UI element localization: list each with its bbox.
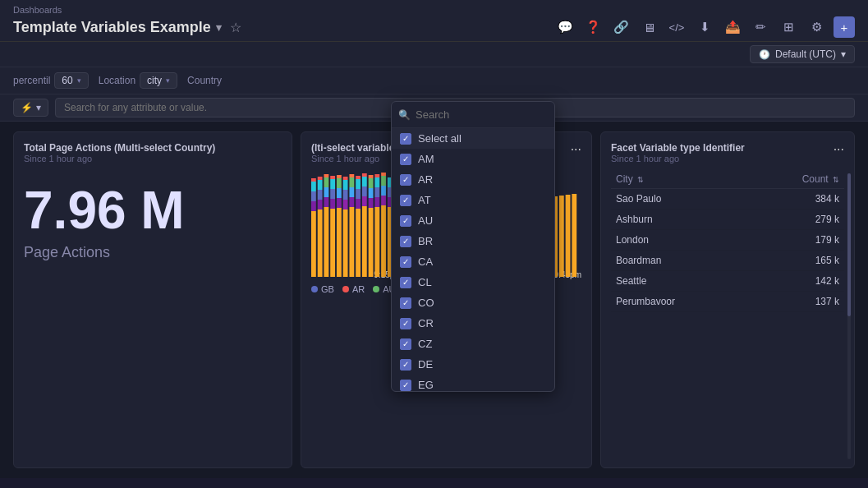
de-checkbox[interactable]: ✓ [400,359,411,371]
breadcrumb[interactable]: Dashboards [13,5,855,15]
list-item[interactable]: ✓ CO [392,292,554,313]
title-dropdown-icon[interactable]: ▾ [216,21,222,34]
count-cell: 179 k [750,230,844,251]
comment-icon[interactable]: 💬 [554,16,576,38]
gb-color-dot [311,286,318,292]
help-icon[interactable]: ❓ [582,16,604,38]
table-title: Facet Variable type Identifier [611,142,745,154]
grid-icon[interactable]: ⊞ [778,16,799,38]
link-icon[interactable]: 🔗 [610,16,631,38]
table-row: London 179 k [611,230,844,251]
cz-checkbox[interactable]: ✓ [400,338,411,350]
list-item[interactable]: ✓ AM [392,149,554,169]
au-checkbox[interactable]: ✓ [400,215,411,227]
list-item[interactable]: ✓ CL [392,272,554,292]
svg-rect-50 [362,196,367,206]
svg-rect-95 [343,180,348,190]
edit-icon[interactable]: ✏ [750,16,771,38]
select-all-item[interactable]: ✓ Select all [392,128,554,149]
vars-bar: percentil 60 ▾ Location city ▾ Country 🔍… [0,67,868,94]
chart-menu-icon[interactable]: ··· [571,142,581,157]
cr-checkbox[interactable]: ✓ [400,318,411,329]
list-item[interactable]: ✓ AR [392,169,554,190]
count-cell: 137 k [750,292,844,312]
chart-title: (lti-select variable) [311,142,397,154]
city-cell: Boardman [611,251,750,271]
svg-rect-112 [356,176,361,179]
title-row: Template Variables Example ▾ ☆ 💬 ❓ 🔗 🖥 <… [13,16,855,38]
city-cell: Perumbavoor [611,292,750,312]
settings-icon[interactable]: ⚙ [806,16,827,38]
svg-rect-45 [330,199,335,209]
list-item[interactable]: ✓ CZ [392,334,554,354]
star-icon[interactable]: ☆ [230,20,241,35]
svg-rect-116 [381,173,386,176]
eg-checkbox[interactable]: ✓ [400,380,411,391]
list-item[interactable]: ✓ BR [392,231,554,251]
select-all-label: Select all [418,132,462,145]
br-checkbox[interactable]: ✓ [400,236,411,247]
percentil-label: percentil [13,75,50,86]
country-search-input[interactable] [416,108,548,121]
svg-rect-66 [311,191,316,201]
location-value[interactable]: city ▾ [140,72,177,89]
country-dropdown: 🔍 ✓ Select all ✓ AM ✓ AR ✓ [391,101,555,392]
count-col-header[interactable]: Count ⇅ [750,170,844,189]
svg-rect-4 [337,208,342,277]
svg-rect-113 [362,173,367,177]
scroll-track[interactable] [847,173,851,459]
top-bar: Dashboards Template Variables Example ▾ … [0,0,868,42]
table-panel: Facet Variable type Identifier Since 1 h… [600,131,855,468]
add-button[interactable]: + [834,16,855,38]
svg-rect-72 [349,187,354,197]
svg-rect-91 [318,180,323,190]
toolbar-icons: 💬 ❓ 🔗 🖥 </> ⬇ 📤 ✏ ⊞ ⚙ + [554,16,855,38]
svg-rect-44 [324,197,328,207]
search-row: 🔍 [398,108,548,121]
list-item[interactable]: ✓ CA [392,251,554,272]
list-item[interactable]: ✓ AU [392,210,554,231]
city-col-header[interactable]: City ⇅ [611,170,750,189]
svg-rect-99 [369,178,374,188]
svg-rect-41 [572,194,576,277]
list-item[interactable]: ✓ AT [392,190,554,210]
ca-checkbox[interactable]: ✓ [400,256,411,268]
code-icon[interactable]: </> [666,16,687,38]
cl-checkbox[interactable]: ✓ [400,277,411,288]
search-icon: 🔍 [398,109,411,121]
table-row: Boardman 165 k [611,251,844,271]
ar-checkbox[interactable]: ✓ [400,174,411,186]
country-dropdown-list: ✓ Select all ✓ AM ✓ AR ✓ AT ✓ AU [392,128,554,391]
filter-chevron: ▾ [36,102,41,113]
filter-button[interactable]: ⚡ ▾ [13,99,48,117]
percentil-value[interactable]: 60 ▾ [54,72,88,89]
table-menu-icon[interactable]: ··· [834,142,844,157]
panel-subtitle: Since 1 hour ago [24,154,215,163]
list-item[interactable]: ✓ EG [392,375,554,391]
share-icon[interactable]: 📤 [722,16,743,38]
svg-rect-94 [337,178,342,188]
big-number-value: 7.96 M [24,180,282,241]
tv-icon[interactable]: 🖥 [638,16,659,38]
time-selector[interactable]: 🕐 Default (UTC) ▾ [750,45,855,63]
svg-rect-10 [374,207,379,277]
big-number-label: Page Actions [24,244,282,261]
svg-rect-51 [369,198,374,208]
download-icon[interactable]: ⬇ [694,16,715,38]
svg-rect-101 [381,176,386,186]
at-checkbox[interactable]: ✓ [400,195,411,206]
svg-rect-92 [324,177,328,187]
select-all-checkbox[interactable]: ✓ [400,133,411,145]
table-panel-header: Facet Variable type Identifier Since 1 h… [611,142,844,163]
ar-color-dot [342,286,349,292]
list-item[interactable]: ✓ CR [392,313,554,334]
city-cell: Sao Paulo [611,189,750,209]
co-checkbox[interactable]: ✓ [400,297,411,309]
svg-rect-52 [374,197,379,207]
scroll-thumb [847,173,851,316]
city-sort-icon: ⇅ [637,176,644,184]
location-label: Location [99,75,135,86]
list-item[interactable]: ✓ DE [392,354,554,375]
am-checkbox[interactable]: ✓ [400,154,411,165]
svg-rect-46 [337,198,342,208]
